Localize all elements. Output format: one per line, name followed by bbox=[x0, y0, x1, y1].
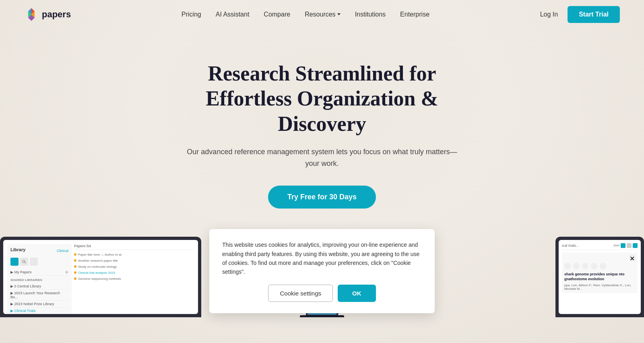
hero-section: Research Streamlined for Effortless Orga… bbox=[0, 29, 644, 209]
lib-item-2: ▶ 2023 Launch Your Research Bo... bbox=[10, 290, 68, 301]
right-mock-header: ical trials... Sort bbox=[562, 243, 638, 250]
illustration-area: Library Clinical ▶ My Papers bbox=[0, 225, 644, 317]
nav-pricing[interactable]: Pricing bbox=[182, 11, 201, 18]
lib-item-1: ▶ 0 Central Library bbox=[10, 283, 68, 290]
mockup-right: ical trials... Sort ✕ bbox=[555, 237, 644, 317]
content-header: Papers list bbox=[74, 244, 194, 250]
try-free-button[interactable]: Try Free for 30 Days bbox=[268, 186, 376, 209]
nav-resources[interactable]: Resources bbox=[305, 11, 340, 18]
sidebar-mock: Library Clinical ▶ My Papers bbox=[7, 244, 72, 314]
hero-title: Research Streamlined for Effortless Orga… bbox=[169, 61, 475, 136]
logo-icon bbox=[24, 7, 39, 22]
nav-actions: Log In Start Trial bbox=[540, 6, 620, 23]
svg-rect-19 bbox=[300, 315, 344, 317]
mockup-right-inner: ical trials... Sort ✕ bbox=[559, 240, 641, 314]
action-icons bbox=[564, 263, 635, 269]
start-trial-button[interactable]: Start Trial bbox=[568, 6, 620, 23]
download-icon bbox=[591, 263, 597, 269]
nav-links: Pricing AI Assistant Compare Resources I… bbox=[182, 11, 429, 18]
nav-institutions[interactable]: Institutions bbox=[355, 11, 386, 18]
comment-icon bbox=[564, 263, 571, 269]
svg-line-6 bbox=[25, 262, 26, 263]
nav-compare[interactable]: Compare bbox=[264, 11, 290, 18]
article-panel: ✕ shark genome provides unique nto gnath… bbox=[562, 252, 638, 293]
cookie-banner: This website uses cookies for analytics,… bbox=[209, 229, 435, 313]
library-title: Library bbox=[10, 247, 25, 252]
nav-enterprise[interactable]: Enterprise bbox=[400, 11, 429, 18]
navbar: papers Pricing AI Assistant Compare Reso… bbox=[0, 0, 644, 29]
list-icon bbox=[627, 243, 632, 248]
chevron-down-icon bbox=[337, 13, 341, 15]
content-mock: Papers list Paper title here — Author et… bbox=[74, 244, 194, 314]
lib-item-3: ▶ 2023 Nobel Prize Library bbox=[10, 301, 68, 308]
bookmark-icon bbox=[573, 263, 580, 269]
cookie-actions: Cookie settings OK bbox=[222, 285, 422, 302]
add-icon bbox=[633, 243, 638, 248]
close-icon[interactable]: ✕ bbox=[630, 255, 635, 260]
cookie-settings-button[interactable]: Cookie settings bbox=[268, 285, 333, 302]
lib-item-4: ▶ Clinical Trials bbox=[10, 308, 68, 314]
nav-ai-assistant[interactable]: AI Assistant bbox=[216, 11, 250, 18]
logo[interactable]: papers bbox=[24, 7, 71, 22]
logo-text: papers bbox=[42, 9, 71, 20]
chart-icon bbox=[582, 263, 588, 269]
mockup-left: Library Clinical ▶ My Papers bbox=[0, 237, 201, 317]
article-authors: ppa, Lee, Allison P., Ravi, Vydianathan … bbox=[564, 283, 635, 291]
svg-point-5 bbox=[23, 260, 25, 262]
clinical-label: Clinical bbox=[57, 249, 68, 253]
article-title: shark genome provides unique nto gnathos… bbox=[564, 272, 635, 282]
mockup-left-inner: Library Clinical ▶ My Papers bbox=[3, 240, 198, 314]
cookie-text: This website uses cookies for analytics,… bbox=[222, 240, 422, 277]
share-icon bbox=[600, 263, 606, 269]
login-link[interactable]: Log In bbox=[540, 11, 558, 18]
cookie-ok-button[interactable]: OK bbox=[338, 285, 376, 302]
grid-icon bbox=[621, 243, 625, 248]
app-mockups: Library Clinical ▶ My Papers bbox=[0, 225, 644, 317]
my-papers-item: ▶ My Papers ⊕ bbox=[10, 269, 68, 276]
hero-subtitle: Our advanced reference management system… bbox=[185, 146, 459, 169]
